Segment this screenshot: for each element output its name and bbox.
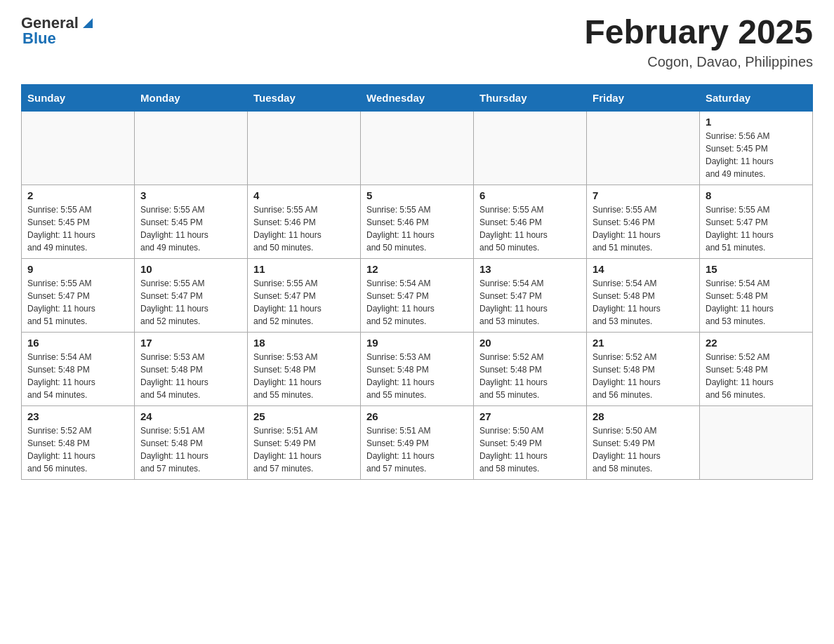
calendar-cell: 24Sunrise: 5:51 AMSunset: 5:48 PMDayligh…	[135, 405, 248, 479]
calendar-body: 1Sunrise: 5:56 AMSunset: 5:45 PMDaylight…	[22, 111, 813, 479]
day-number: 16	[27, 337, 128, 349]
calendar-cell: 9Sunrise: 5:55 AMSunset: 5:47 PMDaylight…	[22, 258, 135, 332]
calendar-cell: 27Sunrise: 5:50 AMSunset: 5:49 PMDayligh…	[474, 405, 587, 479]
day-number: 6	[479, 189, 581, 201]
calendar-cell	[248, 111, 361, 185]
day-number: 17	[140, 337, 241, 349]
logo-blue-text: Blue	[22, 29, 56, 48]
calendar-cell: 18Sunrise: 5:53 AMSunset: 5:48 PMDayligh…	[248, 332, 361, 405]
calendar-cell: 23Sunrise: 5:52 AMSunset: 5:48 PMDayligh…	[22, 405, 135, 479]
day-number: 8	[706, 189, 807, 201]
day-number: 3	[140, 189, 241, 201]
calendar-cell: 15Sunrise: 5:54 AMSunset: 5:48 PMDayligh…	[700, 258, 813, 332]
header-row: SundayMondayTuesdayWednesdayThursdayFrid…	[22, 84, 813, 111]
day-number: 23	[27, 410, 128, 422]
calendar-cell: 20Sunrise: 5:52 AMSunset: 5:48 PMDayligh…	[474, 332, 587, 405]
day-number: 24	[140, 410, 241, 422]
calendar-cell: 17Sunrise: 5:53 AMSunset: 5:48 PMDayligh…	[135, 332, 248, 405]
day-number: 11	[253, 263, 355, 275]
calendar-cell	[361, 111, 474, 185]
location-title: Cogon, Davao, Philippines	[584, 54, 813, 70]
day-info: Sunrise: 5:50 AMSunset: 5:49 PMDaylight:…	[479, 424, 581, 475]
day-number: 12	[366, 263, 468, 275]
day-number: 2	[27, 189, 128, 201]
day-number: 25	[253, 410, 355, 422]
svg-marker-0	[83, 18, 93, 28]
day-info: Sunrise: 5:51 AMSunset: 5:48 PMDaylight:…	[140, 424, 241, 475]
header-day-wednesday: Wednesday	[361, 84, 474, 111]
calendar-cell: 6Sunrise: 5:55 AMSunset: 5:46 PMDaylight…	[474, 185, 587, 258]
day-info: Sunrise: 5:55 AMSunset: 5:47 PMDaylight:…	[27, 277, 128, 328]
calendar-week-2: 2Sunrise: 5:55 AMSunset: 5:45 PMDaylight…	[22, 185, 813, 258]
calendar-cell: 10Sunrise: 5:55 AMSunset: 5:47 PMDayligh…	[135, 258, 248, 332]
day-info: Sunrise: 5:55 AMSunset: 5:46 PMDaylight:…	[479, 203, 581, 254]
calendar-cell: 25Sunrise: 5:51 AMSunset: 5:49 PMDayligh…	[248, 405, 361, 479]
day-info: Sunrise: 5:55 AMSunset: 5:47 PMDaylight:…	[253, 277, 355, 328]
day-info: Sunrise: 5:52 AMSunset: 5:48 PMDaylight:…	[593, 351, 694, 401]
calendar-cell	[587, 111, 700, 185]
calendar-cell: 3Sunrise: 5:55 AMSunset: 5:45 PMDaylight…	[135, 185, 248, 258]
day-info: Sunrise: 5:52 AMSunset: 5:48 PMDaylight:…	[706, 351, 807, 401]
day-info: Sunrise: 5:55 AMSunset: 5:46 PMDaylight:…	[253, 203, 355, 254]
calendar-cell: 22Sunrise: 5:52 AMSunset: 5:48 PMDayligh…	[700, 332, 813, 405]
day-number: 28	[593, 410, 694, 422]
day-number: 27	[479, 410, 581, 422]
header-day-tuesday: Tuesday	[248, 84, 361, 111]
calendar-cell	[700, 405, 813, 479]
day-info: Sunrise: 5:55 AMSunset: 5:45 PMDaylight:…	[27, 203, 128, 254]
day-info: Sunrise: 5:53 AMSunset: 5:48 PMDaylight:…	[253, 351, 355, 401]
calendar-week-1: 1Sunrise: 5:56 AMSunset: 5:45 PMDaylight…	[22, 111, 813, 185]
day-info: Sunrise: 5:55 AMSunset: 5:46 PMDaylight:…	[366, 203, 468, 254]
day-number: 15	[706, 263, 807, 275]
day-info: Sunrise: 5:54 AMSunset: 5:48 PMDaylight:…	[27, 351, 128, 401]
logo-triangle-icon	[80, 15, 95, 31]
day-number: 4	[253, 189, 355, 201]
day-info: Sunrise: 5:52 AMSunset: 5:48 PMDaylight:…	[479, 351, 581, 401]
day-info: Sunrise: 5:51 AMSunset: 5:49 PMDaylight:…	[253, 424, 355, 475]
header-day-friday: Friday	[587, 84, 700, 111]
day-info: Sunrise: 5:53 AMSunset: 5:48 PMDaylight:…	[140, 351, 241, 401]
header-day-thursday: Thursday	[474, 84, 587, 111]
day-info: Sunrise: 5:51 AMSunset: 5:49 PMDaylight:…	[366, 424, 468, 475]
day-info: Sunrise: 5:54 AMSunset: 5:47 PMDaylight:…	[479, 277, 581, 328]
day-info: Sunrise: 5:56 AMSunset: 5:45 PMDaylight:…	[706, 130, 807, 180]
day-number: 9	[27, 263, 128, 275]
calendar-cell: 28Sunrise: 5:50 AMSunset: 5:49 PMDayligh…	[587, 405, 700, 479]
day-info: Sunrise: 5:55 AMSunset: 5:46 PMDaylight:…	[593, 203, 694, 254]
calendar-cell: 4Sunrise: 5:55 AMSunset: 5:46 PMDaylight…	[248, 185, 361, 258]
calendar-cell: 2Sunrise: 5:55 AMSunset: 5:45 PMDaylight…	[22, 185, 135, 258]
day-number: 1	[706, 116, 807, 128]
header-day-saturday: Saturday	[700, 84, 813, 111]
calendar-cell: 8Sunrise: 5:55 AMSunset: 5:47 PMDaylight…	[700, 185, 813, 258]
day-number: 7	[593, 189, 694, 201]
calendar-cell: 16Sunrise: 5:54 AMSunset: 5:48 PMDayligh…	[22, 332, 135, 405]
day-number: 26	[366, 410, 468, 422]
day-info: Sunrise: 5:55 AMSunset: 5:47 PMDaylight:…	[140, 277, 241, 328]
calendar-header: SundayMondayTuesdayWednesdayThursdayFrid…	[22, 84, 813, 111]
calendar-cell	[135, 111, 248, 185]
day-number: 10	[140, 263, 241, 275]
day-number: 18	[253, 337, 355, 349]
day-number: 13	[479, 263, 581, 275]
day-number: 5	[366, 189, 468, 201]
day-number: 20	[479, 337, 581, 349]
title-area: February 2025 Cogon, Davao, Philippines	[584, 14, 813, 70]
header-day-sunday: Sunday	[22, 84, 135, 111]
day-info: Sunrise: 5:53 AMSunset: 5:48 PMDaylight:…	[366, 351, 468, 401]
calendar-cell: 5Sunrise: 5:55 AMSunset: 5:46 PMDaylight…	[361, 185, 474, 258]
calendar-table: SundayMondayTuesdayWednesdayThursdayFrid…	[21, 84, 813, 480]
calendar-cell: 26Sunrise: 5:51 AMSunset: 5:49 PMDayligh…	[361, 405, 474, 479]
month-title: February 2025	[584, 14, 813, 51]
page-header: General Blue February 2025 Cogon, Davao,…	[21, 14, 813, 70]
day-info: Sunrise: 5:55 AMSunset: 5:47 PMDaylight:…	[706, 203, 807, 254]
day-number: 19	[366, 337, 468, 349]
calendar-cell: 1Sunrise: 5:56 AMSunset: 5:45 PMDaylight…	[700, 111, 813, 185]
day-number: 22	[706, 337, 807, 349]
day-info: Sunrise: 5:55 AMSunset: 5:45 PMDaylight:…	[140, 203, 241, 254]
calendar-cell: 13Sunrise: 5:54 AMSunset: 5:47 PMDayligh…	[474, 258, 587, 332]
calendar-week-4: 16Sunrise: 5:54 AMSunset: 5:48 PMDayligh…	[22, 332, 813, 405]
day-number: 14	[593, 263, 694, 275]
calendar-cell: 14Sunrise: 5:54 AMSunset: 5:48 PMDayligh…	[587, 258, 700, 332]
day-info: Sunrise: 5:52 AMSunset: 5:48 PMDaylight:…	[27, 424, 128, 475]
day-info: Sunrise: 5:54 AMSunset: 5:48 PMDaylight:…	[593, 277, 694, 328]
